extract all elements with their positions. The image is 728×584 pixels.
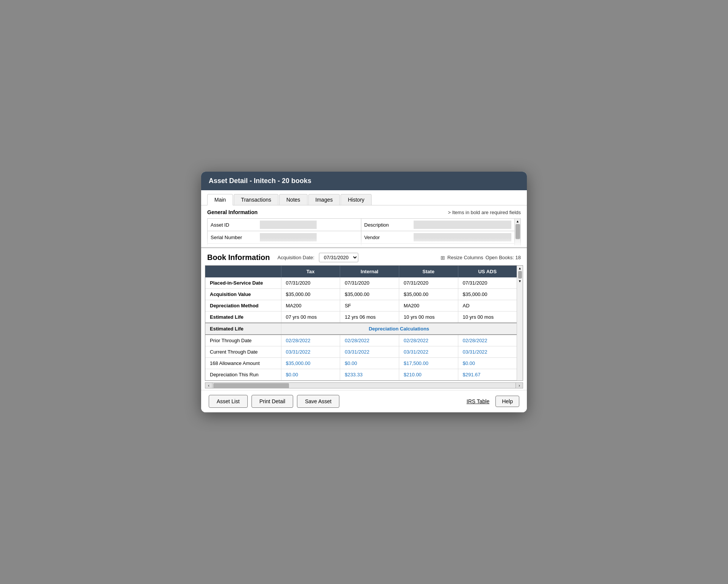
row-usads-0: 07/31/2020 — [458, 277, 517, 289]
calc-row-usads-1: 03/31/2022 — [458, 346, 517, 358]
scroll-up-arrow[interactable]: ▲ — [516, 219, 519, 223]
col-header-internal: Internal — [340, 266, 399, 277]
calc-row-state-3: $210.00 — [399, 369, 458, 380]
print-detail-button[interactable]: Print Detail — [252, 395, 293, 408]
calc-row-label-3: Depreciation This Run — [205, 369, 281, 380]
label-description: Description — [364, 222, 414, 228]
form-cell-desc: Description — [361, 219, 515, 231]
form-row-serial: Serial Number — [208, 231, 361, 244]
hscroll-thumb — [213, 383, 289, 388]
book-table-wrapper: Tax Internal State US ADS Placed-in-Serv… — [205, 265, 523, 381]
form-cell-glacct: G/L Expense Acct — [361, 244, 515, 246]
acq-date-select[interactable]: 07/31/2020 — [319, 253, 358, 262]
grid-icon: ⊞ — [441, 255, 445, 261]
form-right: Description Vendor G/L Expense Acct — [361, 219, 515, 246]
acq-date-label: Acquisition Date: — [278, 255, 315, 260]
section-header-label: Estimated Life — [205, 323, 281, 335]
form-row-purchase: Purchase Date — [208, 244, 361, 246]
main-window: Asset Detail - Initech - 20 books Main T… — [201, 172, 527, 412]
table-scroll-up[interactable]: ▲ — [518, 266, 522, 270]
calc-row-label-1: Current Through Date — [205, 346, 281, 358]
tab-transactions[interactable]: Transactions — [234, 194, 278, 205]
row-tax-1: $35,000.00 — [281, 289, 340, 300]
col-header-state: State — [399, 266, 458, 277]
table-row: Estimated Life 07 yrs 00 mos 12 yrs 06 m… — [205, 312, 517, 323]
calc-row-label-2: 168 Allowance Amount — [205, 358, 281, 369]
row-internal-3: 12 yrs 06 mos — [340, 312, 399, 323]
calc-row-internal-3: $233.33 — [340, 369, 399, 380]
tab-history[interactable]: History — [341, 194, 372, 205]
col-header-label — [205, 266, 281, 277]
irs-table-button[interactable]: IRS Table — [467, 398, 489, 404]
row-usads-1: $35,000.00 — [458, 289, 517, 300]
form-left: Asset ID Serial Number P — [208, 219, 361, 246]
calc-row-internal-0: 02/28/2022 — [340, 335, 399, 346]
label-vendor: Vendor — [364, 235, 414, 240]
book-table-inner: Tax Internal State US ADS Placed-in-Serv… — [205, 266, 517, 380]
general-info-header: General Information > Items in bold are … — [207, 209, 521, 215]
col-header-tax: Tax — [281, 266, 340, 277]
right-links: IRS Table Help — [467, 396, 519, 407]
book-info-panel: Book Information Acquisition Date: 07/31… — [201, 247, 527, 388]
table-row: Placed-in-Service Date 07/31/2020 07/31/… — [205, 277, 517, 289]
form-cell-vendor: Vendor — [361, 231, 515, 243]
scroll-thumb — [516, 224, 520, 239]
calc-row-internal-1: 03/31/2022 — [340, 346, 399, 358]
general-info-section: General Information > Items in bold are … — [201, 205, 527, 246]
calc-row-state-1: 03/31/2022 — [399, 346, 458, 358]
row-tax-3: 07 yrs 00 mos — [281, 312, 340, 323]
form-cell-purchase-label: Purchase Date — [208, 244, 320, 246]
asset-list-button[interactable]: Asset List — [209, 395, 248, 408]
calc-row-state-0: 02/28/2022 — [399, 335, 458, 346]
calc-row-tax-0: 02/28/2022 — [281, 335, 340, 346]
hscroll-left-arrow[interactable]: ‹ — [205, 382, 212, 388]
row-internal-0: 07/31/2020 — [340, 277, 399, 289]
input-vendor[interactable] — [414, 233, 512, 241]
help-button[interactable]: Help — [495, 396, 519, 407]
row-internal-1: $35,000.00 — [340, 289, 399, 300]
form-row-description: Description — [361, 219, 515, 231]
col-header-usads: US ADS — [458, 266, 517, 277]
input-serial[interactable] — [260, 233, 317, 241]
hscroll-right-arrow[interactable]: › — [516, 382, 523, 388]
calc-row-usads-0: 02/28/2022 — [458, 335, 517, 346]
row-label-1: Acquisition Value — [205, 289, 281, 300]
form-cell-assetid-label: Asset ID — [208, 219, 320, 231]
table-scroll-down[interactable]: ▼ — [518, 279, 522, 283]
save-asset-button[interactable]: Save Asset — [297, 395, 339, 408]
table-row: 168 Allowance Amount $35,000.00 $0.00 $1… — [205, 358, 517, 369]
row-label-0: Placed-in-Service Date — [205, 277, 281, 289]
form-row-assetid: Asset ID — [208, 219, 361, 231]
form-row-vendor: Vendor — [361, 231, 515, 244]
tab-images[interactable]: Images — [308, 194, 340, 205]
calc-row-state-2: $17,500.00 — [399, 358, 458, 369]
row-internal-2: SF — [340, 300, 399, 312]
open-books-label: Open Books: 18 — [486, 255, 521, 260]
row-usads-2: AD — [458, 300, 517, 312]
row-label-3: Estimated Life — [205, 312, 281, 323]
calc-row-tax-2: $35,000.00 — [281, 358, 340, 369]
input-asset-id[interactable] — [260, 221, 317, 229]
tab-main[interactable]: Main — [207, 194, 233, 205]
tab-notes[interactable]: Notes — [279, 194, 308, 205]
hscroll-track — [212, 382, 516, 388]
horizontal-scroll: ‹ › — [205, 382, 523, 388]
form-row-glacct: G/L Expense Acct — [361, 244, 515, 246]
table-row: Acquisition Value $35,000.00 $35,000.00 … — [205, 289, 517, 300]
asset-title-bar: Asset Detail - Initech - 20 books — [201, 172, 527, 190]
row-tax-2: MA200 — [281, 300, 340, 312]
asset-title: Asset Detail - Initech - 20 books — [209, 177, 311, 185]
form-cell-serial-label: Serial Number — [208, 231, 320, 243]
book-info-header: Book Information Acquisition Date: 07/31… — [201, 248, 527, 265]
row-label-2: Depreciation Method — [205, 300, 281, 312]
table-row: Depreciation This Run $0.00 $233.33 $210… — [205, 369, 517, 380]
tabs-row: Main Transactions Notes Images History — [201, 190, 527, 205]
resize-columns-label[interactable]: Resize Columns — [447, 255, 483, 260]
form-scrollbar: ▲ — [514, 219, 520, 246]
section-header-title: Depreciation Calculations — [281, 323, 517, 335]
asset-detail-panel: Asset Detail - Initech - 20 books Main T… — [201, 172, 527, 246]
input-description[interactable] — [414, 221, 512, 229]
calc-row-usads-3: $291.67 — [458, 369, 517, 380]
row-usads-3: 10 yrs 00 mos — [458, 312, 517, 323]
table-row: Current Through Date 03/31/2022 03/31/20… — [205, 346, 517, 358]
